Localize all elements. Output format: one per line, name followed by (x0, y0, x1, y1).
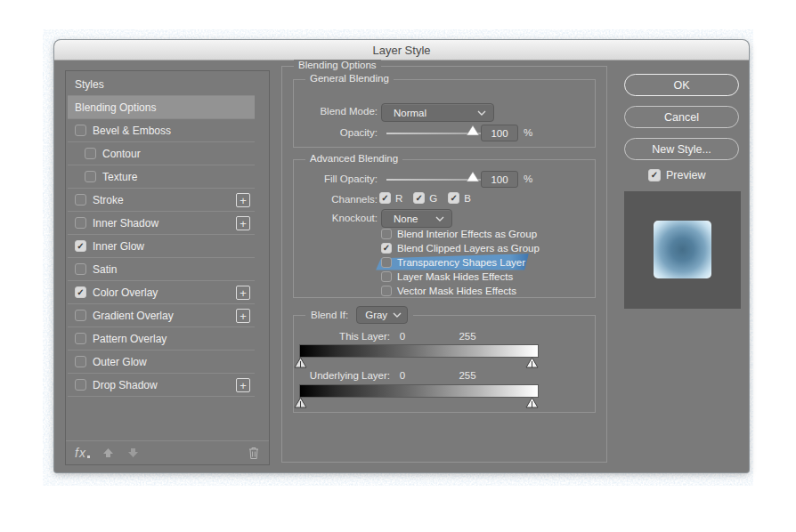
option-checkbox[interactable]: ✓ (381, 243, 392, 254)
sidebar-item-texture[interactable]: Texture (68, 165, 255, 189)
sidebar-item-outer-glow[interactable]: Outer Glow (68, 351, 255, 374)
sidebar-item-inner-shadow[interactable]: Inner Shadow+ (68, 212, 255, 235)
blend-mode-value: Normal (394, 108, 426, 118)
this-layer-black-slider[interactable] (294, 357, 307, 368)
preview-checkbox[interactable]: ✓ (648, 169, 661, 181)
option-checkbox[interactable] (381, 286, 392, 296)
opacity-slider-thumb[interactable] (466, 125, 480, 136)
option-label: Transparency Shapes Layer (397, 257, 525, 268)
effect-checkbox[interactable]: ✓ (75, 286, 86, 298)
add-effect-instance-button[interactable]: + (236, 193, 250, 207)
sidebar-item-contour[interactable]: Contour (68, 142, 255, 165)
sidebar-item-label: Stroke (93, 194, 124, 206)
channel-g: ✓G (413, 192, 437, 204)
channel-checkbox[interactable]: ✓ (379, 192, 391, 204)
dialog-titlebar[interactable]: Layer Style (54, 40, 749, 60)
add-effect-instance-button[interactable]: + (236, 286, 250, 300)
channel-checkbox[interactable]: ✓ (413, 192, 425, 204)
sidebar-item-stroke[interactable]: Stroke+ (68, 189, 255, 212)
check-icon: ✓ (381, 194, 388, 203)
option-blend-clipped-layers-as-group[interactable]: ✓Blend Clipped Layers as Group (294, 242, 595, 256)
sidebar-item-pattern-overlay[interactable]: Pattern Overlay (68, 327, 255, 351)
effect-checkbox[interactable] (75, 379, 86, 391)
option-checkbox[interactable] (381, 229, 392, 239)
sidebar-item-gradient-overlay[interactable]: Gradient Overlay+ (68, 304, 255, 327)
effect-checkbox[interactable]: ✓ (75, 240, 86, 252)
blend-if-group: Blend If: Gray This Layer: 0 255 Underly… (293, 315, 596, 413)
chevron-down-icon (393, 312, 402, 318)
sidebar-item-label: Inner Shadow (93, 217, 158, 230)
underlying-layer-gradient-bar[interactable] (300, 385, 538, 397)
this-layer-white-slider[interactable] (525, 357, 539, 368)
option-vector-mask-hides-effects[interactable]: Vector Mask Hides Effects (294, 285, 595, 299)
underlying-layer-white-slider[interactable] (525, 397, 539, 408)
knockout-dropdown[interactable]: None (381, 209, 452, 228)
preview-label: Preview (666, 169, 705, 181)
option-label: Blend Interior Effects as Group (397, 229, 537, 239)
channel-checkbox[interactable]: ✓ (448, 192, 459, 204)
new-style-button[interactable]: New Style... (624, 138, 739, 160)
effect-checkbox[interactable] (85, 171, 96, 182)
effect-checkbox[interactable] (75, 333, 86, 344)
fill-opacity-input[interactable]: 100 (481, 171, 518, 188)
move-effect-up-icon[interactable] (102, 447, 115, 459)
underlying-layer-min: 0 (392, 370, 413, 381)
check-icon: ✓ (383, 244, 390, 253)
option-checkbox[interactable] (381, 271, 392, 282)
add-effect-instance-button[interactable]: + (236, 309, 250, 323)
ok-button[interactable]: OK (624, 74, 739, 96)
opacity-input[interactable]: 100 (481, 125, 518, 141)
knockout-value: None (394, 214, 418, 224)
option-transparency-shapes-layer[interactable]: Transparency Shapes Layer (294, 256, 595, 270)
sidebar-item-bevel-emboss[interactable]: Bevel & Emboss (68, 119, 255, 142)
advanced-blending-title: Advanced Blending (305, 153, 402, 164)
sidebar-item-drop-shadow[interactable]: Drop Shadow+ (68, 374, 255, 397)
sidebar-toolbar: fx (66, 440, 269, 464)
fill-opacity-label: Fill Opacity: (294, 173, 378, 184)
fx-icon[interactable]: fx (75, 446, 86, 460)
option-checkbox[interactable] (381, 257, 392, 268)
effect-checkbox[interactable] (75, 217, 86, 229)
sidebar-item-label: Drop Shadow (93, 379, 158, 391)
delete-effect-icon[interactable] (248, 446, 260, 460)
option-layer-mask-hides-effects[interactable]: Layer Mask Hides Effects (294, 270, 595, 285)
fill-opacity-unit: % (524, 173, 532, 184)
sidebar-item-label: Satin (93, 263, 117, 276)
sidebar-item-styles[interactable]: Styles (68, 73, 255, 96)
blend-if-dropdown[interactable]: Gray (356, 306, 408, 324)
effect-checkbox[interactable] (75, 125, 86, 136)
sidebar-item-satin[interactable]: Satin (68, 258, 255, 281)
effect-checkbox[interactable] (75, 356, 86, 367)
option-label: Blend Clipped Layers as Group (397, 243, 540, 254)
advanced-blending-group: Advanced Blending Fill Opacity: 100 % Ch… (293, 159, 596, 298)
channel-label: G (429, 193, 437, 204)
effect-checkbox[interactable] (85, 148, 96, 159)
channels-label: Channels: (294, 194, 378, 205)
move-effect-down-icon[interactable] (126, 447, 140, 459)
style-preview-well (624, 191, 741, 309)
sidebar-item-blending-options[interactable]: Blending Options (68, 96, 255, 119)
add-effect-instance-button[interactable]: + (236, 378, 250, 392)
blend-if-legend: Blend If: Gray (305, 306, 413, 324)
sidebar-item-label: Inner Glow (93, 240, 144, 253)
blend-mode-dropdown[interactable]: Normal (381, 103, 494, 122)
general-blending-title: General Blending (305, 73, 394, 84)
channel-b: ✓B (448, 192, 471, 204)
effect-checkbox[interactable] (75, 194, 86, 206)
this-layer-gradient-bar[interactable] (300, 345, 538, 357)
effect-checkbox[interactable] (75, 263, 86, 275)
add-effect-instance-button[interactable]: + (236, 216, 250, 230)
sidebar-item-inner-glow[interactable]: ✓Inner Glow (68, 235, 255, 258)
sidebar-item-label: Color Overlay (93, 286, 158, 299)
sidebar-item-color-overlay[interactable]: ✓Color Overlay+ (68, 281, 255, 304)
effect-checkbox[interactable] (75, 310, 86, 321)
cancel-button[interactable]: Cancel (624, 106, 739, 128)
sidebar-item-label: Gradient Overlay (93, 310, 174, 322)
channel-label: R (395, 193, 402, 204)
opacity-unit: % (524, 127, 532, 138)
option-blend-interior-effects-as-group[interactable]: Blend Interior Effects as Group (294, 228, 595, 242)
underlying-layer-black-slider[interactable] (294, 397, 307, 408)
screenshot-stage: { "window": { "title": "Layer Style" }, … (0, 0, 796, 532)
fill-opacity-slider-thumb[interactable] (466, 171, 480, 182)
sidebar-item-label: Outer Glow (93, 356, 147, 368)
